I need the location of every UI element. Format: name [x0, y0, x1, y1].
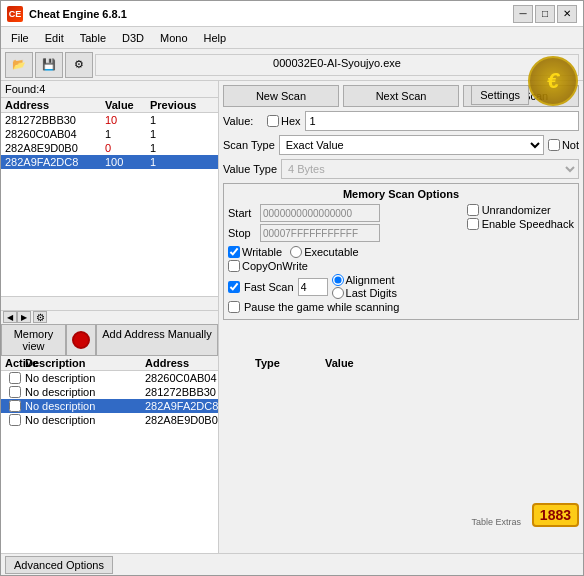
fast-scan-checkbox[interactable]: [228, 281, 240, 293]
last-digits-label: Last Digits: [346, 287, 397, 299]
stop-button[interactable]: [66, 324, 96, 356]
prev-cell: 1: [150, 156, 205, 168]
copy-on-write-label: CopyOnWrite: [242, 260, 308, 272]
executable-label: Executable: [304, 246, 358, 258]
col-active: Active: [5, 357, 25, 369]
address-list[interactable]: 281272BBB30 10 1 28260C0AB04 1 1 282A8E9…: [1, 113, 218, 296]
fast-scan-label: Fast Scan: [244, 281, 294, 293]
nav-right[interactable]: ▶: [17, 311, 31, 323]
menu-file[interactable]: File: [5, 30, 35, 46]
stop-label: Stop: [228, 227, 258, 239]
list-item[interactable]: No description 282A8E9D0B0 4 Bytes 0: [1, 413, 218, 427]
copy-on-write-checkbox[interactable]: [228, 260, 240, 272]
table-row[interactable]: 281272BBB30 10 1: [1, 113, 218, 127]
executable-radio[interactable]: [290, 246, 302, 258]
list-item[interactable]: No description 28260C0AB04 4 Bytes 1: [1, 371, 218, 385]
speedhack-checkbox[interactable]: [467, 218, 479, 230]
col-description: Description: [25, 357, 145, 369]
nav-left[interactable]: ◀: [3, 311, 17, 323]
toolbar-open-btn[interactable]: 📂: [5, 52, 33, 78]
toolbar-settings-btn[interactable]: ⚙: [65, 52, 93, 78]
value-row: Value: Hex: [223, 111, 579, 131]
pause-checkbox[interactable]: [228, 301, 240, 313]
main-window: CE Cheat Engine 6.8.1 ─ □ ✕ File Edit Ta…: [0, 0, 584, 576]
new-scan-button[interactable]: New Scan: [223, 85, 339, 107]
menu-mono[interactable]: Mono: [154, 30, 194, 46]
right-checkboxes: Unrandomizer Enable Speedhack: [459, 204, 574, 299]
bottom-table[interactable]: No description 28260C0AB04 4 Bytes 1 No …: [1, 371, 218, 554]
stop-icon: [72, 331, 90, 349]
start-input[interactable]: [260, 204, 380, 222]
table-extras-label: Table Extras: [471, 517, 521, 527]
menu-bar: File Edit Table D3D Mono Help: [1, 27, 583, 49]
alignment-label: Alignment: [346, 274, 395, 286]
alignment-radio[interactable]: [332, 274, 344, 286]
addr-cell: 281272BBB30: [145, 386, 218, 398]
title-bar-left: CE Cheat Engine 6.8.1: [7, 6, 127, 22]
pause-label: Pause the game while scanning: [244, 301, 399, 313]
close-button[interactable]: ✕: [557, 5, 577, 23]
memory-options-body: Start Stop Writable: [228, 204, 574, 299]
list-item[interactable]: No description 281272BBB30 4 Bytes 10: [1, 385, 218, 399]
settings-button[interactable]: Settings: [471, 85, 529, 105]
list-item[interactable]: No description 282A9FA2DC8 4 Bytes 100: [1, 399, 218, 413]
fast-scan-input[interactable]: [298, 278, 328, 296]
active-checkbox[interactable]: [9, 386, 21, 398]
settings-btn-label[interactable]: Settings: [471, 85, 529, 105]
ce-logo: €: [528, 56, 578, 106]
left-panel: Found:4 Address Value Previous 281272BBB…: [1, 81, 219, 553]
value-type-select[interactable]: 4 Bytes: [281, 159, 579, 179]
advanced-options-button[interactable]: Advanced Options: [5, 556, 113, 574]
table-row[interactable]: 28260C0AB04 1 1: [1, 127, 218, 141]
next-scan-button[interactable]: Next Scan: [343, 85, 459, 107]
title-bar-controls: ─ □ ✕: [513, 5, 577, 23]
h-scrollbar[interactable]: [1, 296, 218, 310]
menu-edit[interactable]: Edit: [39, 30, 70, 46]
speedhack-label: Enable Speedhack: [482, 218, 574, 230]
unrandomizer-checkbox[interactable]: [467, 204, 479, 216]
right-panel: New Scan Next Scan Undo Scan Settings Va…: [219, 81, 583, 553]
unrandomizer-label: Unrandomizer: [482, 204, 551, 216]
value-label: Value:: [223, 115, 263, 127]
active-checkbox[interactable]: [9, 414, 21, 426]
active-checkbox[interactable]: [9, 400, 21, 412]
addr-cell: 28260C0AB04: [145, 372, 218, 384]
col-value: Value: [105, 99, 150, 111]
add-address-button[interactable]: Add Address Manually: [96, 324, 218, 356]
maximize-button[interactable]: □: [535, 5, 555, 23]
bottom-nav: ◀ ▶ ⚙: [1, 310, 218, 324]
stop-input[interactable]: [260, 224, 380, 242]
nav-extra[interactable]: ⚙: [33, 311, 47, 323]
left-options: Start Stop Writable: [228, 204, 451, 299]
active-cell: [5, 414, 25, 426]
scan-type-select[interactable]: Exact Value: [279, 135, 544, 155]
watermark: 1883: [532, 503, 579, 527]
memory-options: Memory Scan Options Start Stop: [223, 183, 579, 320]
menu-help[interactable]: Help: [198, 30, 233, 46]
alignment-group: Alignment Last Digits: [332, 274, 397, 299]
minimize-button[interactable]: ─: [513, 5, 533, 23]
toolbar-save-btn[interactable]: 💾: [35, 52, 63, 78]
address-list-header: Address Value Previous: [1, 98, 218, 113]
last-digits-radio[interactable]: [332, 287, 344, 299]
not-checkbox[interactable]: [548, 139, 560, 151]
memory-view-button[interactable]: Memory view: [1, 324, 66, 356]
value-input[interactable]: [305, 111, 579, 131]
active-checkbox[interactable]: [9, 372, 21, 384]
addr-cell: 282A8E9D0B0: [5, 142, 105, 154]
table-row[interactable]: 282A9FA2DC8 100 1: [1, 155, 218, 169]
writable-label: Writable: [242, 246, 282, 258]
menu-d3d[interactable]: D3D: [116, 30, 150, 46]
not-checkbox-group: Not: [548, 139, 579, 151]
stop-row: Stop: [228, 224, 451, 242]
addr-cell: 281272BBB30: [5, 114, 105, 126]
speedhack-item: Enable Speedhack: [467, 218, 574, 230]
addr-cell: 28260C0AB04: [5, 128, 105, 140]
scan-type-label: Scan Type: [223, 139, 275, 151]
writable-check: Writable: [228, 246, 282, 258]
hex-checkbox[interactable]: [267, 115, 279, 127]
hex-label: Hex: [281, 115, 301, 127]
writable-checkbox[interactable]: [228, 246, 240, 258]
table-row[interactable]: 282A8E9D0B0 0 1: [1, 141, 218, 155]
menu-table[interactable]: Table: [74, 30, 112, 46]
